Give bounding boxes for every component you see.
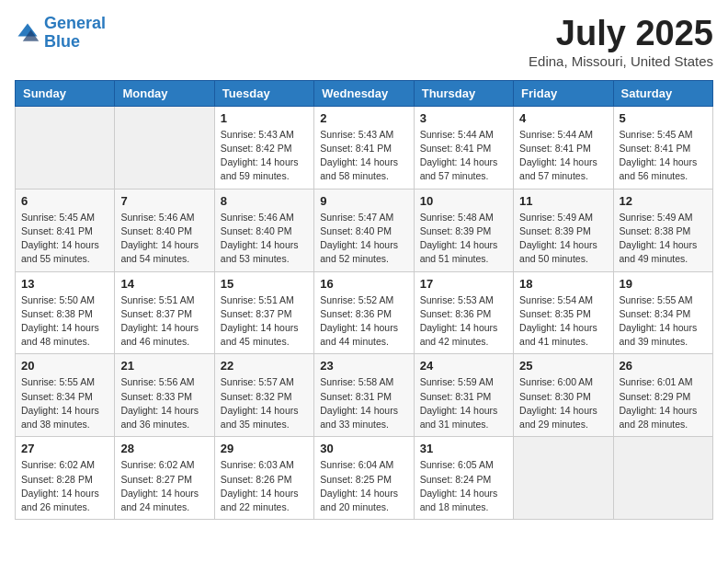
day-number: 19 (620, 277, 707, 291)
day-number: 4 (519, 111, 607, 125)
day-info: Sunrise: 5:49 AMSunset: 8:38 PMDaylight:… (620, 211, 707, 267)
day-info: Sunrise: 5:46 AMSunset: 8:40 PMDaylight:… (120, 211, 208, 267)
logo-text: General Blue (44, 15, 106, 52)
day-cell: 23Sunrise: 5:58 AMSunset: 8:31 PMDayligh… (314, 354, 414, 437)
column-header-tuesday: Tuesday (214, 80, 313, 106)
month-title: July 2025 (529, 15, 713, 53)
title-area: July 2025 Edina, Missouri, United States (529, 15, 713, 69)
page-header: General Blue July 2025 Edina, Missouri, … (15, 15, 713, 69)
day-cell: 5Sunrise: 5:45 AMSunset: 8:41 PMDaylight… (613, 106, 712, 189)
day-info: Sunrise: 5:51 AMSunset: 8:37 PMDaylight:… (221, 293, 308, 350)
day-info: Sunrise: 5:53 AMSunset: 8:36 PMDaylight:… (420, 293, 507, 350)
day-cell: 3Sunrise: 5:44 AMSunset: 8:41 PMDaylight… (414, 106, 513, 189)
day-info: Sunrise: 6:00 AMSunset: 8:30 PMDaylight:… (519, 375, 607, 431)
day-number: 14 (120, 277, 208, 291)
day-cell: 11Sunrise: 5:49 AMSunset: 8:39 PMDayligh… (514, 189, 613, 271)
day-cell: 26Sunrise: 6:01 AMSunset: 8:29 PMDayligh… (613, 354, 712, 437)
logo-line1: General (44, 14, 106, 32)
day-number: 15 (221, 277, 308, 291)
column-header-sunday: Sunday (16, 80, 115, 106)
day-info: Sunrise: 5:55 AMSunset: 8:34 PMDaylight:… (620, 293, 707, 350)
day-cell: 9Sunrise: 5:47 AMSunset: 8:40 PMDaylight… (314, 189, 414, 271)
day-cell: 13Sunrise: 5:50 AMSunset: 8:38 PMDayligh… (16, 271, 115, 354)
day-info: Sunrise: 5:55 AMSunset: 8:34 PMDaylight:… (21, 375, 108, 431)
day-info: Sunrise: 6:04 AMSunset: 8:25 PMDaylight:… (320, 458, 407, 514)
day-number: 6 (21, 194, 108, 208)
day-cell: 8Sunrise: 5:46 AMSunset: 8:40 PMDaylight… (214, 189, 313, 271)
day-number: 13 (21, 277, 108, 291)
day-number: 16 (320, 277, 407, 291)
day-cell: 1Sunrise: 5:43 AMSunset: 8:42 PMDaylight… (214, 106, 313, 189)
day-cell: 31Sunrise: 6:05 AMSunset: 8:24 PMDayligh… (414, 437, 513, 520)
week-row-1: 1Sunrise: 5:43 AMSunset: 8:42 PMDaylight… (16, 106, 713, 189)
day-number: 28 (120, 442, 208, 455)
day-info: Sunrise: 5:45 AMSunset: 8:41 PMDaylight:… (620, 128, 707, 184)
day-info: Sunrise: 5:59 AMSunset: 8:31 PMDaylight:… (420, 375, 507, 431)
day-number: 9 (320, 194, 407, 208)
column-header-saturday: Saturday (613, 80, 712, 106)
day-info: Sunrise: 5:43 AMSunset: 8:42 PMDaylight:… (221, 128, 308, 184)
location: Edina, Missouri, United States (529, 53, 713, 69)
day-info: Sunrise: 5:54 AMSunset: 8:35 PMDaylight:… (519, 293, 607, 350)
column-header-wednesday: Wednesday (314, 80, 414, 106)
day-cell: 25Sunrise: 6:00 AMSunset: 8:30 PMDayligh… (514, 354, 613, 437)
header-row: SundayMondayTuesdayWednesdayThursdayFrid… (16, 80, 713, 106)
day-info: Sunrise: 5:50 AMSunset: 8:38 PMDaylight:… (21, 293, 108, 350)
day-info: Sunrise: 5:44 AMSunset: 8:41 PMDaylight:… (519, 128, 607, 184)
day-cell: 12Sunrise: 5:49 AMSunset: 8:38 PMDayligh… (613, 189, 712, 271)
day-cell: 28Sunrise: 6:02 AMSunset: 8:27 PMDayligh… (115, 437, 214, 520)
day-cell: 14Sunrise: 5:51 AMSunset: 8:37 PMDayligh… (115, 271, 214, 354)
day-number: 18 (519, 277, 607, 291)
day-info: Sunrise: 5:56 AMSunset: 8:33 PMDaylight:… (120, 375, 208, 431)
day-number: 2 (320, 111, 407, 125)
day-number: 27 (21, 442, 108, 455)
day-number: 23 (320, 359, 407, 373)
day-info: Sunrise: 5:43 AMSunset: 8:41 PMDaylight:… (320, 128, 407, 184)
day-cell: 7Sunrise: 5:46 AMSunset: 8:40 PMDaylight… (115, 189, 214, 271)
day-number: 1 (221, 111, 308, 125)
calendar: SundayMondayTuesdayWednesdayThursdayFrid… (15, 80, 713, 520)
day-cell (115, 106, 214, 189)
day-number: 17 (420, 277, 507, 291)
column-header-thursday: Thursday (414, 80, 513, 106)
week-row-3: 13Sunrise: 5:50 AMSunset: 8:38 PMDayligh… (16, 271, 713, 354)
day-cell (613, 437, 712, 520)
day-info: Sunrise: 6:03 AMSunset: 8:26 PMDaylight:… (221, 458, 308, 514)
day-cell: 22Sunrise: 5:57 AMSunset: 8:32 PMDayligh… (214, 354, 313, 437)
logo-line2: Blue (44, 32, 80, 51)
day-number: 22 (221, 359, 308, 373)
day-number: 3 (420, 111, 507, 125)
day-info: Sunrise: 5:57 AMSunset: 8:32 PMDaylight:… (221, 375, 308, 431)
day-cell: 17Sunrise: 5:53 AMSunset: 8:36 PMDayligh… (414, 271, 513, 354)
day-number: 31 (420, 442, 507, 455)
day-cell: 21Sunrise: 5:56 AMSunset: 8:33 PMDayligh… (115, 354, 214, 437)
day-cell: 4Sunrise: 5:44 AMSunset: 8:41 PMDaylight… (514, 106, 613, 189)
day-cell (514, 437, 613, 520)
day-cell: 18Sunrise: 5:54 AMSunset: 8:35 PMDayligh… (514, 271, 613, 354)
calendar-header: SundayMondayTuesdayWednesdayThursdayFrid… (16, 80, 713, 106)
day-cell: 15Sunrise: 5:51 AMSunset: 8:37 PMDayligh… (214, 271, 313, 354)
day-number: 25 (519, 359, 607, 373)
week-row-2: 6Sunrise: 5:45 AMSunset: 8:41 PMDaylight… (16, 189, 713, 271)
day-number: 20 (21, 359, 108, 373)
column-header-monday: Monday (115, 80, 214, 106)
day-number: 26 (620, 359, 707, 373)
day-number: 29 (221, 442, 308, 455)
day-info: Sunrise: 5:46 AMSunset: 8:40 PMDaylight:… (221, 211, 308, 267)
day-cell: 29Sunrise: 6:03 AMSunset: 8:26 PMDayligh… (214, 437, 313, 520)
column-header-friday: Friday (514, 80, 613, 106)
day-cell: 10Sunrise: 5:48 AMSunset: 8:39 PMDayligh… (414, 189, 513, 271)
day-cell: 16Sunrise: 5:52 AMSunset: 8:36 PMDayligh… (314, 271, 414, 354)
day-cell (16, 106, 115, 189)
day-info: Sunrise: 5:45 AMSunset: 8:41 PMDaylight:… (21, 211, 108, 267)
day-cell: 20Sunrise: 5:55 AMSunset: 8:34 PMDayligh… (16, 354, 115, 437)
day-number: 12 (620, 194, 707, 208)
day-number: 8 (221, 194, 308, 208)
day-info: Sunrise: 5:44 AMSunset: 8:41 PMDaylight:… (420, 128, 507, 184)
day-cell: 2Sunrise: 5:43 AMSunset: 8:41 PMDaylight… (314, 106, 414, 189)
day-cell: 6Sunrise: 5:45 AMSunset: 8:41 PMDaylight… (16, 189, 115, 271)
day-number: 30 (320, 442, 407, 455)
day-info: Sunrise: 6:02 AMSunset: 8:28 PMDaylight:… (21, 458, 108, 514)
day-info: Sunrise: 5:58 AMSunset: 8:31 PMDaylight:… (320, 375, 407, 431)
day-info: Sunrise: 5:49 AMSunset: 8:39 PMDaylight:… (519, 211, 607, 267)
